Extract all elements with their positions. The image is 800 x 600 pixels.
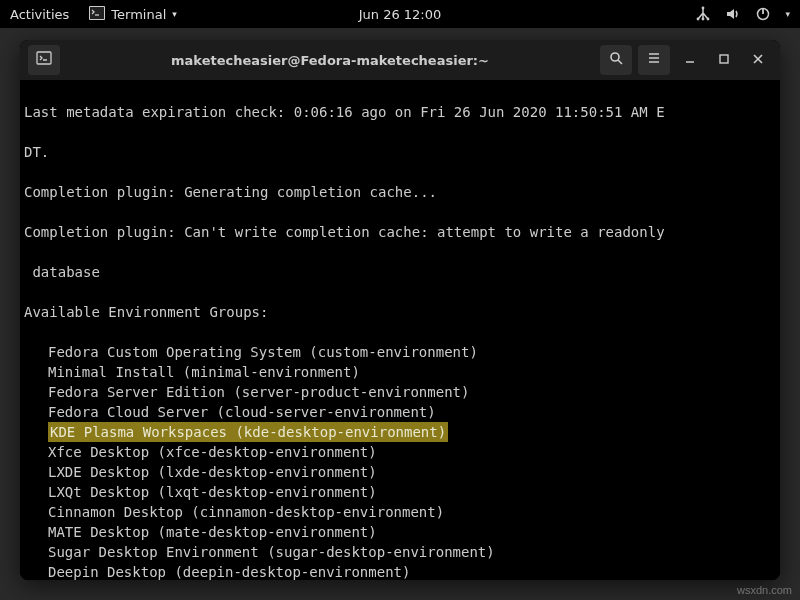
volume-icon[interactable] bbox=[725, 6, 741, 22]
environment-group-item: LXQt Desktop (lxqt-desktop-environment) bbox=[24, 482, 776, 502]
hamburger-icon bbox=[646, 50, 662, 70]
terminal-line: Available Environment Groups: bbox=[24, 302, 776, 322]
activities-button[interactable]: Activities bbox=[10, 7, 69, 22]
maximize-button[interactable] bbox=[710, 46, 738, 74]
chevron-down-icon: ▾ bbox=[172, 9, 177, 19]
terminal-icon bbox=[36, 50, 52, 70]
environment-group-item: Cinnamon Desktop (cinnamon-desktop-envir… bbox=[24, 502, 776, 522]
topbar-app-menu[interactable]: Terminal ▾ bbox=[89, 6, 176, 23]
close-icon bbox=[751, 51, 765, 70]
topbar-app-label: Terminal bbox=[111, 7, 166, 22]
power-icon[interactable] bbox=[755, 6, 771, 22]
environment-group-item: Sugar Desktop Environment (sugar-desktop… bbox=[24, 542, 776, 562]
search-icon bbox=[608, 50, 624, 70]
environment-group-item: Xfce Desktop (xfce-desktop-environment) bbox=[24, 442, 776, 462]
environment-group-item: Minimal Install (minimal-environment) bbox=[24, 362, 776, 382]
gnome-topbar: Activities Terminal ▾ Jun 26 12:00 ▾ bbox=[0, 0, 800, 28]
terminal-output[interactable]: Last metadata expiration check: 0:06:16 … bbox=[20, 80, 780, 580]
environment-group-item: LXDE Desktop (lxde-desktop-environment) bbox=[24, 462, 776, 482]
terminal-window: maketecheasier@Fedora-maketecheasier:~ L… bbox=[20, 40, 780, 580]
maximize-icon bbox=[717, 51, 731, 70]
svg-rect-17 bbox=[720, 55, 728, 63]
close-button[interactable] bbox=[744, 46, 772, 74]
svg-point-6 bbox=[702, 18, 705, 21]
terminal-line: DT. bbox=[24, 142, 776, 162]
new-tab-button[interactable] bbox=[28, 45, 60, 75]
terminal-line: Completion plugin: Can't write completio… bbox=[24, 222, 776, 242]
minimize-button[interactable] bbox=[676, 46, 704, 74]
window-title: maketecheasier@Fedora-maketecheasier:~ bbox=[66, 53, 594, 68]
terminal-line: database bbox=[24, 262, 776, 282]
environment-group-item: Fedora Cloud Server (cloud-server-enviro… bbox=[24, 402, 776, 422]
minimize-icon bbox=[683, 51, 697, 70]
svg-line-12 bbox=[618, 60, 622, 64]
svg-point-11 bbox=[611, 53, 619, 61]
window-titlebar: maketecheasier@Fedora-maketecheasier:~ bbox=[20, 40, 780, 80]
environment-group-item: MATE Desktop (mate-desktop-environment) bbox=[24, 522, 776, 542]
chevron-down-icon[interactable]: ▾ bbox=[785, 9, 790, 19]
environment-group-item: Fedora Server Edition (server-product-en… bbox=[24, 382, 776, 402]
menu-button[interactable] bbox=[638, 45, 670, 75]
svg-rect-9 bbox=[37, 52, 51, 64]
search-button[interactable] bbox=[600, 45, 632, 75]
network-icon[interactable] bbox=[695, 6, 711, 22]
terminal-icon bbox=[89, 6, 105, 23]
svg-point-5 bbox=[707, 18, 710, 21]
terminal-line: Last metadata expiration check: 0:06:16 … bbox=[24, 102, 776, 122]
environment-group-item: Deepin Desktop (deepin-desktop-environme… bbox=[24, 562, 776, 580]
environment-group-item: KDE Plasma Workspaces (kde-desktop-envir… bbox=[24, 422, 776, 442]
topbar-clock[interactable]: Jun 26 12:00 bbox=[359, 7, 442, 22]
watermark: wsxdn.com bbox=[737, 584, 792, 596]
terminal-line: Completion plugin: Generating completion… bbox=[24, 182, 776, 202]
svg-point-4 bbox=[697, 18, 700, 21]
environment-group-item: Fedora Custom Operating System (custom-e… bbox=[24, 342, 776, 362]
svg-point-3 bbox=[702, 7, 705, 10]
